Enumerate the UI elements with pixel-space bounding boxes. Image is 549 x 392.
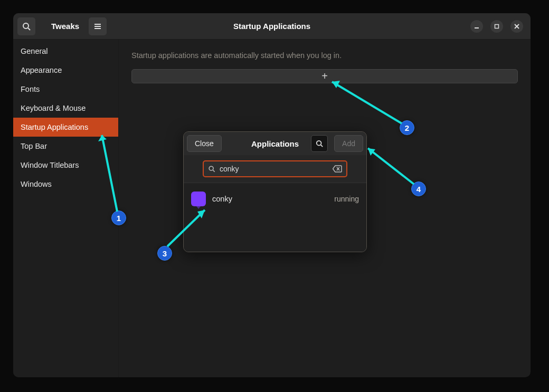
add-startup-app-button[interactable]: + xyxy=(131,69,518,83)
sidebar-item-appearance[interactable]: Appearance xyxy=(13,61,118,80)
svg-line-10 xyxy=(321,145,323,147)
app-status: running xyxy=(334,195,359,203)
app-name: Tweaks xyxy=(51,22,79,31)
annotation-badge-3: 3 xyxy=(157,246,172,261)
sidebar-item-startup-applications[interactable]: Startup Applications xyxy=(13,118,118,137)
sidebar-item-general[interactable]: General xyxy=(13,42,118,61)
svg-point-0 xyxy=(23,23,29,28)
sidebar-item-fonts[interactable]: Fonts xyxy=(13,80,118,99)
hamburger-menu-button[interactable] xyxy=(89,17,107,35)
dialog-header: Close Applications Add xyxy=(184,132,366,155)
svg-line-12 xyxy=(213,170,215,172)
close-icon xyxy=(514,24,519,29)
sidebar-item-window-titlebars[interactable]: Window Titlebars xyxy=(13,156,118,175)
svg-line-1 xyxy=(28,28,30,30)
svg-rect-6 xyxy=(495,24,499,28)
sidebar-item-top-bar[interactable]: Top Bar xyxy=(13,137,118,156)
search-icon xyxy=(208,165,215,173)
add-app-button[interactable]: Add xyxy=(334,135,363,152)
annotation-badge-2: 2 xyxy=(400,120,414,135)
search-input-wrapper xyxy=(203,160,347,177)
annotation-badge-4: 4 xyxy=(411,181,426,196)
svg-point-9 xyxy=(317,141,321,146)
dialog-results-list: conkyrunning xyxy=(184,183,366,252)
hamburger-icon xyxy=(93,22,102,31)
search-input[interactable] xyxy=(220,165,328,173)
dialog-search-toggle[interactable] xyxy=(311,135,328,152)
minimize-button[interactable] xyxy=(470,20,483,33)
app-name-label: conky xyxy=(212,195,232,203)
minimize-icon xyxy=(474,24,479,29)
dialog-search-row xyxy=(184,155,366,183)
annotation-badge-1: 1 xyxy=(111,211,126,225)
clear-icon[interactable] xyxy=(333,165,342,173)
sidebar-item-keyboard-mouse[interactable]: Keyboard & Mouse xyxy=(13,99,118,118)
plus-icon: + xyxy=(321,70,328,82)
maximize-button[interactable] xyxy=(490,20,503,33)
svg-point-11 xyxy=(209,166,213,170)
search-icon xyxy=(316,140,323,147)
app-icon xyxy=(191,192,206,206)
close-button[interactable] xyxy=(510,20,523,33)
app-result-item[interactable]: conkyrunning xyxy=(184,186,366,212)
page-description: Startup applications are automatically s… xyxy=(131,51,518,60)
sidebar: GeneralAppearanceFontsKeyboard & MouseSt… xyxy=(13,40,119,377)
sidebar-item-windows[interactable]: Windows xyxy=(13,175,118,194)
search-icon xyxy=(22,22,31,31)
close-dialog-button[interactable]: Close xyxy=(187,135,222,152)
titlebar: Tweaks Startup Applications xyxy=(13,13,531,40)
applications-dialog: Close Applications Add conkyrunning xyxy=(183,131,367,252)
maximize-icon xyxy=(494,24,499,29)
search-button[interactable] xyxy=(17,17,35,35)
